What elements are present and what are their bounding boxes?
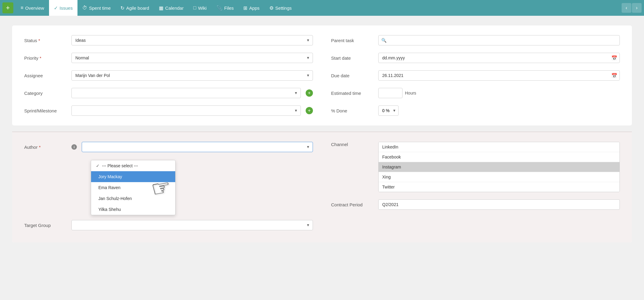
due-date-label: Due date (331, 73, 373, 78)
agile-board-icon: ↻ (120, 5, 124, 11)
dropdown-item-jory-mackay[interactable]: Jory Mackay (91, 171, 175, 182)
due-date-input[interactable] (378, 70, 620, 81)
bottom-form-section: Author * i ▼ ✓ (12, 132, 632, 242)
nav-label-agile-board: Agile board (126, 5, 149, 11)
category-select[interactable] (71, 88, 301, 98)
dropdown-label-yilka: Yilka Shehu (98, 207, 121, 212)
due-date-row: Due date 📅 (331, 70, 620, 81)
hours-label: Hours (405, 91, 416, 95)
nav-item-agile-board[interactable]: ↻ Agile board (116, 0, 154, 16)
due-date-wrapper: 📅 (378, 70, 620, 81)
add-button[interactable]: + (2, 2, 13, 13)
overview-icon: ≡ (21, 5, 23, 11)
nav-back-button[interactable]: ‹ (622, 3, 631, 13)
search-icon: 🔍 (381, 38, 386, 43)
author-section: Author * i ▼ ✓ (24, 142, 313, 230)
target-group-select[interactable] (71, 220, 313, 230)
author-row: Author * i ▼ (24, 142, 313, 152)
dropdown-placeholder: --- Please select --- (102, 163, 138, 168)
nav-item-overview[interactable]: ≡ Overview (16, 0, 49, 16)
author-dropdown-popup: ✓ --- Please select --- Jory Mackay Ema … (91, 160, 176, 215)
navbar: + ≡ Overview ✓ Issues ⏱ Spent time ↻ Agi… (0, 0, 644, 16)
estimated-time-label: Estimated time (331, 91, 373, 96)
status-label: Status * (24, 38, 67, 43)
percent-done-row: % Done 0 % ▼ (331, 105, 620, 116)
nav-label-overview: Overview (25, 5, 44, 11)
contract-period-input[interactable] (378, 199, 620, 210)
nav-forward-button[interactable]: › (632, 3, 642, 13)
check-icon: ✓ (96, 163, 100, 168)
add-category-button[interactable]: + (306, 89, 313, 97)
contract-period-row: Contract Period (331, 199, 620, 210)
nav-label-wiki: Wiki (198, 5, 206, 11)
start-date-wrapper: 📅 (378, 53, 620, 63)
dropdown-item-ema-raven[interactable]: Ema Raven (91, 182, 175, 193)
channel-linkedin[interactable]: LinkedIn (379, 142, 619, 152)
author-select[interactable] (82, 142, 313, 152)
dropdown-item-yilka-shehu[interactable]: Yilka Shehu (91, 204, 175, 215)
percent-done-wrapper: 0 % ▼ (378, 105, 399, 116)
nav-item-apps[interactable]: ⊞ Apps (238, 0, 264, 16)
estimated-time-input[interactable] (378, 88, 402, 98)
percent-done-select[interactable]: 0 % (378, 105, 399, 116)
dropdown-label-jory: Jory Mackay (98, 174, 122, 179)
dropdown-label-jan: Jan Schulz-Hofen (98, 196, 132, 201)
sprint-select[interactable] (71, 105, 301, 116)
parent-task-input[interactable] (378, 35, 620, 45)
section-divider: Author * i ▼ ✓ (12, 132, 632, 242)
priority-select[interactable]: Normal (71, 53, 313, 63)
status-row: Status * Ideas ▼ (24, 35, 313, 45)
add-sprint-button[interactable]: + (306, 107, 313, 114)
priority-row: Priority * Normal ▼ (24, 53, 313, 63)
contract-period-label: Contract Period (331, 202, 373, 207)
status-select[interactable]: Ideas (71, 35, 313, 45)
parent-task-row: Parent task 🔍 (331, 35, 620, 45)
channel-label: Channel (331, 142, 373, 147)
channel-list: LinkedIn Facebook Instagram Xing Twitter (378, 142, 620, 192)
top-form-section: Status * Ideas ▼ Priority * (12, 25, 632, 125)
dropdown-label-ema: Ema Raven (98, 185, 120, 190)
priority-select-wrapper: Normal ▼ (71, 53, 313, 63)
nav-item-files[interactable]: 📎 Files (212, 0, 239, 16)
sprint-label: Sprint/Milestone (24, 108, 67, 113)
main-content: Status * Ideas ▼ Priority * (0, 16, 644, 252)
nav-item-issues[interactable]: ✓ Issues (49, 0, 77, 16)
dropdown-item-jan-schulz[interactable]: Jan Schulz-Hofen (91, 193, 175, 204)
parent-task-label: Parent task (331, 38, 373, 43)
nav-item-calendar[interactable]: ▦ Calendar (154, 0, 189, 16)
wiki-icon: □ (193, 5, 196, 11)
channel-twitter[interactable]: Twitter (379, 182, 619, 192)
channel-instagram[interactable]: Instagram (379, 162, 619, 172)
nav-label-apps: Apps (249, 5, 259, 11)
priority-label: Priority * (24, 55, 67, 61)
right-form-grid: Parent task 🔍 Start date 📅 Due date (331, 35, 620, 116)
info-icon: i (71, 144, 77, 150)
category-label: Category (24, 91, 67, 96)
assignee-select-wrapper: Marijn Van der Pol ▼ (71, 70, 313, 81)
category-row: Category ▼ + (24, 88, 313, 98)
author-select-wrapper: ▼ (82, 142, 313, 152)
apps-icon: ⊞ (243, 5, 247, 11)
start-date-label: Start date (331, 55, 373, 61)
nav-arrows: ‹ › (622, 3, 642, 13)
channel-facebook[interactable]: Facebook (379, 152, 619, 162)
start-date-row: Start date 📅 (331, 53, 620, 63)
nav-item-spent-time[interactable]: ⏱ Spent time (77, 0, 116, 16)
assignee-label: Assignee (24, 73, 67, 78)
channel-xing[interactable]: Xing (379, 172, 619, 182)
dropdown-item-please-select[interactable]: ✓ --- Please select --- (91, 160, 175, 171)
nav-label-files: Files (224, 5, 234, 11)
start-date-input[interactable] (378, 53, 620, 63)
issues-icon: ✓ (54, 5, 58, 11)
sprint-row: Sprint/Milestone ▼ + (24, 105, 313, 116)
nav-item-settings[interactable]: ⚙ Settings (264, 0, 297, 16)
status-select-wrapper: Ideas ▼ (71, 35, 313, 45)
nav-item-wiki[interactable]: □ Wiki (189, 0, 212, 16)
category-select-wrapper: ▼ (71, 88, 301, 98)
files-icon: 📎 (216, 5, 222, 11)
settings-icon: ⚙ (269, 5, 274, 11)
assignee-select[interactable]: Marijn Van der Pol (71, 70, 313, 81)
assignee-row: Assignee Marijn Van der Pol ▼ (24, 70, 313, 81)
estimated-time-row: Estimated time Hours (331, 88, 620, 98)
channel-row: Channel LinkedIn Facebook Instagram Xing… (331, 142, 620, 192)
